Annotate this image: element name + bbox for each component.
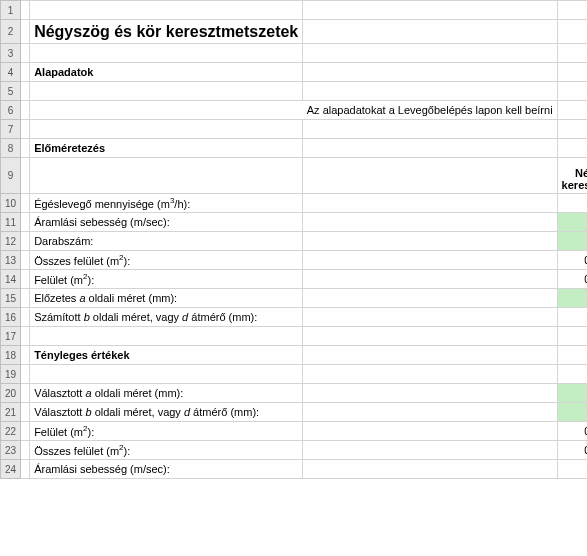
row-header[interactable]: 15 bbox=[1, 289, 21, 308]
cell[interactable] bbox=[557, 63, 587, 82]
cell[interactable] bbox=[21, 308, 30, 327]
cell[interactable] bbox=[30, 158, 303, 194]
cell[interactable] bbox=[21, 327, 30, 346]
row-header[interactable]: 12 bbox=[1, 232, 21, 251]
row-header[interactable]: 11 bbox=[1, 213, 21, 232]
cell[interactable] bbox=[303, 422, 557, 441]
cell[interactable] bbox=[21, 82, 30, 101]
cell[interactable] bbox=[21, 101, 30, 120]
cell[interactable] bbox=[21, 194, 30, 213]
cell[interactable] bbox=[21, 213, 30, 232]
cell[interactable] bbox=[303, 82, 557, 101]
cell[interactable] bbox=[303, 327, 557, 346]
value[interactable]: 0,0150 bbox=[557, 441, 587, 460]
cell[interactable] bbox=[303, 20, 557, 44]
cell[interactable] bbox=[303, 251, 557, 270]
section-actual-heading[interactable]: Tényleges értékek bbox=[30, 346, 303, 365]
row-header[interactable]: 9 bbox=[1, 158, 21, 194]
section-basic-heading[interactable]: Alapadatok bbox=[30, 63, 303, 82]
cell[interactable] bbox=[21, 232, 30, 251]
cell[interactable] bbox=[303, 346, 557, 365]
cell[interactable] bbox=[303, 139, 557, 158]
row-header[interactable]: 16 bbox=[1, 308, 21, 327]
label-flow-speed-actual[interactable]: Áramlási sebesség (m/sec): bbox=[30, 460, 303, 479]
row-header[interactable]: 1 bbox=[1, 1, 21, 20]
cell[interactable] bbox=[21, 441, 30, 460]
cell[interactable] bbox=[30, 120, 303, 139]
cell[interactable] bbox=[303, 270, 557, 289]
cell[interactable] bbox=[303, 194, 557, 213]
cell[interactable] bbox=[557, 101, 587, 120]
cell[interactable] bbox=[303, 44, 557, 63]
cell[interactable] bbox=[557, 346, 587, 365]
row-header[interactable]: 4 bbox=[1, 63, 21, 82]
cell[interactable] bbox=[557, 20, 587, 44]
label-chosen-a[interactable]: Választott a oldali méret (mm): bbox=[30, 384, 303, 403]
row-header[interactable]: 20 bbox=[1, 384, 21, 403]
label-total-area[interactable]: Összes felület (m2): bbox=[30, 251, 303, 270]
col-header-rect[interactable]: Négyszög keresztmetszet bbox=[557, 158, 587, 194]
value-highlight[interactable]: 150 bbox=[557, 289, 587, 308]
row-header[interactable]: 24 bbox=[1, 460, 21, 479]
label-combustion-air[interactable]: Égéslevegő mennyisége (m3/h): bbox=[30, 194, 303, 213]
row-header[interactable]: 13 bbox=[1, 251, 21, 270]
row-header[interactable]: 22 bbox=[1, 422, 21, 441]
cell[interactable] bbox=[30, 44, 303, 63]
row-header[interactable]: 23 bbox=[1, 441, 21, 460]
cell[interactable] bbox=[303, 384, 557, 403]
label-flow-speed[interactable]: Áramlási sebesség (m/sec): bbox=[30, 213, 303, 232]
cell[interactable] bbox=[21, 460, 30, 479]
cell[interactable] bbox=[21, 158, 30, 194]
row-header[interactable]: 18 bbox=[1, 346, 21, 365]
cell[interactable] bbox=[303, 63, 557, 82]
cell[interactable] bbox=[557, 120, 587, 139]
value[interactable]: 110,4 bbox=[557, 194, 587, 213]
cell[interactable] bbox=[21, 63, 30, 82]
cell[interactable] bbox=[303, 308, 557, 327]
row-header[interactable]: 6 bbox=[1, 101, 21, 120]
cell[interactable] bbox=[21, 251, 30, 270]
value[interactable]: 0,0150 bbox=[557, 422, 587, 441]
row-header[interactable]: 10 bbox=[1, 194, 21, 213]
value-highlight[interactable]: 2,5 bbox=[557, 213, 587, 232]
cell[interactable] bbox=[303, 213, 557, 232]
row-header[interactable]: 7 bbox=[1, 120, 21, 139]
cell[interactable] bbox=[557, 327, 587, 346]
cell[interactable] bbox=[303, 1, 557, 20]
value[interactable]: 0,0123 bbox=[557, 251, 587, 270]
cell[interactable] bbox=[30, 101, 303, 120]
row-header[interactable]: 8 bbox=[1, 139, 21, 158]
cell[interactable] bbox=[30, 327, 303, 346]
cell[interactable] bbox=[21, 384, 30, 403]
cell[interactable] bbox=[30, 365, 303, 384]
value-highlight[interactable]: 100 bbox=[557, 403, 587, 422]
cell[interactable] bbox=[303, 460, 557, 479]
cell[interactable] bbox=[303, 158, 557, 194]
row-header[interactable]: 5 bbox=[1, 82, 21, 101]
note-text[interactable]: Az alapadatokat a Levegőbelépés lapon ke… bbox=[303, 101, 557, 120]
row-header[interactable]: 14 bbox=[1, 270, 21, 289]
cell[interactable] bbox=[21, 289, 30, 308]
title[interactable]: Négyszög és kör keresztmetszetek bbox=[30, 20, 303, 44]
row-header[interactable]: 21 bbox=[1, 403, 21, 422]
cell[interactable] bbox=[21, 270, 30, 289]
cell[interactable] bbox=[557, 44, 587, 63]
label-total-area-actual[interactable]: Összes felület (m2): bbox=[30, 441, 303, 460]
section-presize-heading[interactable]: Előméretezés bbox=[30, 139, 303, 158]
cell[interactable] bbox=[21, 20, 30, 44]
label-count[interactable]: Darabszám: bbox=[30, 232, 303, 251]
label-area-actual[interactable]: Felület (m2): bbox=[30, 422, 303, 441]
cell[interactable] bbox=[30, 1, 303, 20]
cell[interactable] bbox=[21, 346, 30, 365]
cell[interactable] bbox=[21, 422, 30, 441]
cell[interactable] bbox=[21, 120, 30, 139]
cell[interactable] bbox=[303, 232, 557, 251]
cell[interactable] bbox=[557, 82, 587, 101]
cell[interactable] bbox=[303, 365, 557, 384]
cell[interactable] bbox=[303, 441, 557, 460]
cell[interactable] bbox=[21, 139, 30, 158]
cell[interactable] bbox=[21, 44, 30, 63]
label-calc-b[interactable]: Számított b oldali méret, vagy d átmérő … bbox=[30, 308, 303, 327]
row-header[interactable]: 2 bbox=[1, 20, 21, 44]
row-header[interactable]: 17 bbox=[1, 327, 21, 346]
